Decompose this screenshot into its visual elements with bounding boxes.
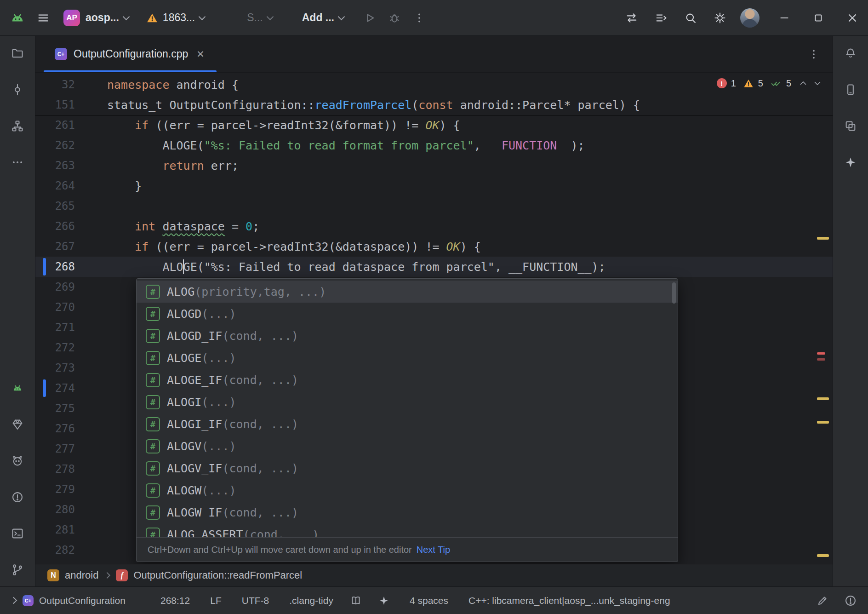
line-number[interactable]: 277 — [35, 442, 75, 455]
line-number[interactable]: 263 — [35, 159, 75, 172]
minimize-button[interactable] — [778, 11, 791, 24]
run-button[interactable] — [363, 11, 376, 24]
completion-item-ALOGI[interactable]: #ALOGI(...) — [137, 391, 678, 413]
completion-item-ALOGE_IF[interactable]: #ALOGE_IF(cond, ...) — [137, 369, 678, 391]
search-everywhere-button[interactable] — [684, 11, 697, 24]
line-number[interactable]: 269 — [35, 281, 75, 293]
line-number[interactable]: 280 — [35, 503, 75, 516]
tab-close-icon[interactable]: ✕ — [196, 49, 205, 59]
compare-icon[interactable] — [625, 11, 638, 24]
code-line-266[interactable]: 266 int dataspace = 0; — [35, 216, 833, 236]
completion-item-ALOGW[interactable]: #ALOGW(...) — [137, 479, 678, 501]
breadcrumb-namespace[interactable]: android — [65, 569, 98, 581]
line-number[interactable]: 276 — [35, 422, 75, 435]
toolchain-widget[interactable]: C++: libcamera_client|aosp_...unk_stagin… — [468, 595, 670, 606]
code-editor[interactable]: 32namespace android {151status_t OutputC… — [35, 73, 833, 564]
line-number[interactable]: 278 — [35, 463, 75, 476]
stripe-warning-mark[interactable] — [817, 397, 829, 400]
pull-requests-icon[interactable] — [7, 116, 28, 136]
line-number[interactable]: 267 — [35, 240, 75, 253]
resource-manager-layers-icon[interactable] — [840, 116, 861, 136]
git-branch-icon[interactable] — [7, 560, 28, 580]
debug-button[interactable] — [388, 11, 401, 24]
line-number[interactable]: 273 — [35, 362, 75, 374]
clang-tidy-widget[interactable]: .clang-tidy — [289, 595, 333, 606]
code-line-267[interactable]: 267 if ((err = parcel->readInt32(&datasp… — [35, 236, 833, 257]
stripe-error-mark[interactable] — [817, 358, 825, 361]
code-line-268[interactable]: 268 ALOGE("%s: Failed to read dataspace … — [35, 257, 833, 277]
completion-item-ALOGV_IF[interactable]: #ALOGV_IF(cond, ...) — [137, 457, 678, 479]
indent-size[interactable]: 4 spaces — [410, 595, 448, 606]
device-explorer-icon[interactable] — [840, 80, 861, 100]
stripe-error-mark[interactable] — [817, 352, 825, 355]
line-number[interactable]: 268 — [35, 260, 75, 273]
line-number[interactable]: 32 — [35, 78, 75, 91]
stripe-warning-mark[interactable] — [817, 237, 829, 240]
tab-outputconfiguration-cpp[interactable]: C+ OutputConfiguration.cpp ✕ — [44, 36, 217, 72]
prev-problem-chevron-up-icon[interactable] — [798, 78, 808, 88]
more-actions-button[interactable] — [413, 11, 426, 24]
statusbar-file-widget[interactable]: C+ OutputConfiguration — [23, 595, 126, 606]
next-tip-link[interactable]: Next Tip — [417, 545, 450, 555]
completion-item-ALOGV[interactable]: #ALOGV(...) — [137, 435, 678, 457]
main-menu-button[interactable] — [37, 11, 50, 24]
stripe-warning-mark[interactable] — [817, 554, 829, 557]
settings-gear-icon[interactable] — [714, 11, 726, 24]
device-manager-android-icon[interactable] — [7, 378, 28, 398]
gemini-sparkle-icon[interactable] — [840, 152, 861, 172]
next-problem-chevron-down-icon[interactable] — [812, 78, 822, 88]
completion-item-ALOG_ASSERT[interactable]: #ALOG_ASSERT(cond, ...) — [137, 523, 678, 537]
status-error-circle-icon[interactable] — [844, 594, 857, 607]
ai-sparkle-icon[interactable] — [378, 595, 389, 606]
line-number[interactable]: 275 — [35, 402, 75, 415]
code-line-151[interactable]: 151status_t OutputConfiguration::readFro… — [35, 95, 833, 115]
maximize-button[interactable] — [812, 11, 825, 24]
line-number[interactable]: 261 — [35, 119, 75, 132]
line-number[interactable]: 281 — [35, 523, 75, 536]
problems-icon[interactable] — [7, 487, 28, 507]
line-number[interactable]: 151 — [35, 98, 75, 111]
code-line-264[interactable]: 264 } — [35, 176, 833, 196]
breadcrumb-function[interactable]: OutputConfiguration::readFromParcel — [133, 569, 302, 581]
line-number[interactable]: 262 — [35, 139, 75, 152]
more-tools-icon[interactable] — [7, 152, 28, 172]
code-line-265[interactable]: 265 — [35, 196, 833, 216]
completion-item-ALOG[interactable]: #ALOG(priority,tag, ...) — [137, 281, 678, 303]
code-line-32[interactable]: 32namespace android { — [35, 75, 833, 95]
completion-item-ALOGD[interactable]: #ALOGD(...) — [137, 303, 678, 325]
line-number[interactable]: 274 — [35, 382, 75, 395]
completion-item-ALOGD_IF[interactable]: #ALOGD_IF(cond, ...) — [137, 325, 678, 347]
app-quality-insights-gem-icon[interactable] — [7, 414, 28, 435]
completion-item-ALOGI_IF[interactable]: #ALOGI_IF(cond, ...) — [137, 413, 678, 435]
device-selector[interactable]: Add ... — [302, 11, 344, 24]
line-number[interactable]: 264 — [35, 179, 75, 192]
project-selector[interactable]: AP aosp... — [63, 10, 129, 26]
terminal-icon[interactable] — [7, 523, 28, 544]
run-configuration-selector[interactable]: S... — [247, 11, 273, 24]
line-number[interactable]: 279 — [35, 483, 75, 496]
task-list-icon[interactable] — [655, 11, 668, 24]
line-number[interactable]: 270 — [35, 301, 75, 314]
file-encoding[interactable]: UTF-8 — [242, 595, 269, 606]
close-button[interactable] — [846, 11, 859, 24]
completion-item-ALOGW_IF[interactable]: #ALOGW_IF(cond, ...) — [137, 501, 678, 523]
code-line-263[interactable]: 263 return err; — [35, 155, 833, 176]
notifications-bell-icon[interactable] — [840, 43, 861, 63]
expand-chevron-icon[interactable] — [10, 597, 17, 604]
commit-icon[interactable] — [7, 80, 28, 100]
reader-mode-book-icon[interactable] — [350, 595, 362, 607]
line-number[interactable]: 282 — [35, 544, 75, 557]
line-number[interactable]: 266 — [35, 220, 75, 233]
line-number[interactable]: 265 — [35, 200, 75, 212]
user-avatar[interactable] — [740, 8, 760, 28]
popup-scrollbar[interactable] — [672, 282, 676, 304]
completion-item-ALOGE[interactable]: #ALOGE(...) — [137, 347, 678, 369]
edit-mode-pencil-icon[interactable] — [817, 595, 828, 607]
branch-selector[interactable]: 1863... — [146, 11, 205, 24]
project-folder-icon[interactable] — [7, 43, 28, 63]
tab-options-kebab-icon[interactable] — [808, 48, 820, 60]
line-separator[interactable]: LF — [210, 595, 222, 606]
line-number[interactable]: 272 — [35, 341, 75, 354]
code-line-261[interactable]: 261 if ((err = parcel->readInt32(&format… — [35, 115, 833, 135]
logcat-cat-icon[interactable] — [7, 451, 28, 471]
